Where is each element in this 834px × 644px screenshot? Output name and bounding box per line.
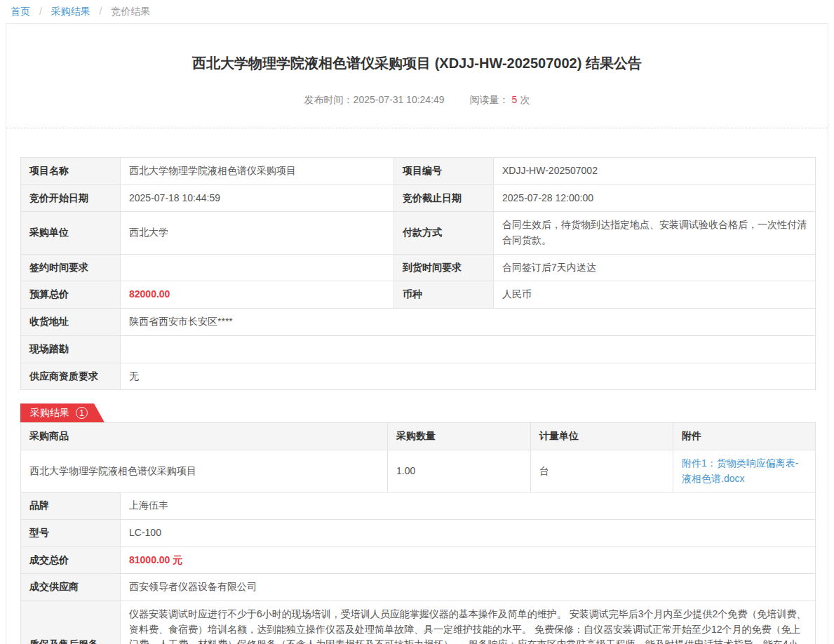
delivery-time-value: 合同签订后7天内送达 bbox=[494, 254, 816, 281]
breadcrumb-current-page: 竞价结果 bbox=[111, 6, 150, 17]
delivery-address-value: 陕西省西安市长安区**** bbox=[121, 309, 816, 336]
signing-time-value bbox=[121, 254, 394, 281]
budget-total-label: 预算总价 bbox=[21, 281, 121, 309]
payment-method-label: 付款方式 bbox=[394, 212, 494, 254]
table-row: 成交总价 81000.00 元 bbox=[21, 546, 816, 574]
project-number-value: XDJJ-HW-202507002 bbox=[494, 158, 816, 185]
item-unit-cell: 台 bbox=[531, 450, 673, 492]
warranty-service-value: 仪器安装调试时应进行不少于6小时的现场培训，受培训人员应能掌握仪器的基本操作及简… bbox=[121, 601, 816, 644]
breadcrumb-separator: / bbox=[100, 6, 102, 17]
project-name-label: 项目名称 bbox=[21, 158, 121, 185]
announcement-card: 西北大学物理学院液相色谱仪采购项目 (XDJJ-HW-202507002) 结果… bbox=[6, 23, 828, 644]
breadcrumb-separator: / bbox=[39, 6, 42, 17]
col-header-attachment: 附件 bbox=[673, 423, 816, 450]
currency-label: 币种 bbox=[394, 281, 494, 309]
result-badge-label: 采购结果 bbox=[30, 407, 69, 420]
table-row: 现场踏勘 bbox=[21, 335, 816, 363]
brand-label: 品牌 bbox=[21, 492, 121, 520]
bidding-start-label: 竞价开始日期 bbox=[21, 185, 121, 212]
breadcrumb-home-link[interactable]: 首页 bbox=[11, 6, 30, 17]
delivery-address-label: 收货地址 bbox=[21, 309, 121, 336]
winning-supplier-value: 西安领导者仪器设备有限公司 bbox=[121, 574, 816, 601]
col-header-product: 采购商品 bbox=[21, 423, 388, 450]
breadcrumb: 首页 / 采购结果 / 竞价结果 bbox=[0, 0, 834, 23]
brand-value: 上海伍丰 bbox=[121, 492, 816, 520]
delivery-time-label: 到货时间要求 bbox=[394, 254, 494, 281]
views-count: 5 bbox=[512, 94, 518, 105]
result-detail-table: 品牌 上海伍丰 型号 LC-100 成交总价 81000.00 元 成交供应商 … bbox=[20, 492, 816, 644]
supplier-qualification-label: 供应商资质要求 bbox=[21, 363, 121, 390]
col-header-unit: 计量单位 bbox=[531, 423, 673, 450]
item-attachment-cell: 附件1：货物类响应偏离表-液相色谱.docx bbox=[673, 450, 816, 492]
announcement-meta: 发布时间：2025-07-31 10:24:49阅读量：5次 bbox=[20, 94, 814, 107]
budget-total-value: 82000.00 bbox=[121, 281, 394, 309]
site-survey-value bbox=[121, 335, 816, 363]
table-row: 供应商资质要求 无 bbox=[21, 363, 816, 390]
table-row: 成交供应商 西安领导者仪器设备有限公司 bbox=[21, 574, 816, 601]
purchasing-unit-value: 西北大学 bbox=[121, 212, 394, 254]
model-value: LC-100 bbox=[121, 519, 816, 546]
deal-price-value: 81000.00 元 bbox=[121, 546, 816, 574]
table-row: 采购单位 西北大学 付款方式 合同生效后，待货物到达指定地点、安装调试验收合格后… bbox=[21, 212, 816, 254]
table-row: 收货地址 陕西省西安市长安区**** bbox=[21, 309, 816, 336]
item-quantity-cell: 1.00 bbox=[388, 450, 531, 492]
publish-time-label: 发布时间： bbox=[304, 94, 354, 105]
supplier-qualification-value: 无 bbox=[121, 363, 816, 390]
winning-supplier-label: 成交供应商 bbox=[21, 574, 121, 601]
attachment-link[interactable]: 附件1：货物类响应偏离表-液相色谱.docx bbox=[682, 457, 798, 484]
table-row: 品牌 上海伍丰 bbox=[21, 492, 816, 520]
project-info-table: 项目名称 西北大学物理学院液相色谱仪采购项目 项目编号 XDJJ-HW-2025… bbox=[20, 157, 816, 390]
procurement-items-table: 采购商品 采购数量 计量单位 附件 西北大学物理学院液相色谱仪采购项目 1.00… bbox=[20, 422, 816, 492]
breadcrumb-procurement-results-link[interactable]: 采购结果 bbox=[51, 6, 90, 17]
payment-method-value: 合同生效后，待货物到达指定地点、安装调试验收合格后，一次性付清合同货款。 bbox=[494, 212, 816, 254]
views-label: 阅读量： bbox=[470, 94, 509, 105]
site-survey-label: 现场踏勘 bbox=[21, 335, 121, 363]
project-number-label: 项目编号 bbox=[394, 158, 494, 185]
deal-price-label: 成交总价 bbox=[21, 546, 121, 574]
bidding-start-value: 2025-07-18 10:44:59 bbox=[121, 185, 394, 212]
table-row: 质保及售后服务 仪器安装调试时应进行不少于6小时的现场培训，受培训人员应能掌握仪… bbox=[21, 601, 816, 644]
model-label: 型号 bbox=[21, 519, 121, 546]
bidding-deadline-label: 竞价截止日期 bbox=[394, 185, 494, 212]
table-header-row: 采购商品 采购数量 计量单位 附件 bbox=[21, 423, 816, 450]
result-badge-count: 1 bbox=[76, 407, 88, 419]
purchasing-unit-label: 采购单位 bbox=[21, 212, 121, 254]
dashed-divider bbox=[6, 128, 828, 128]
col-header-quantity: 采购数量 bbox=[388, 423, 531, 450]
bidding-deadline-value: 2025-07-28 12:00:00 bbox=[494, 185, 816, 212]
table-row: 预算总价 82000.00 币种 人民币 bbox=[21, 281, 816, 309]
result-badge-row: 采购结果 1 bbox=[20, 403, 814, 422]
currency-value: 人民币 bbox=[494, 281, 816, 309]
project-name-value: 西北大学物理学院液相色谱仪采购项目 bbox=[121, 158, 394, 185]
warranty-service-label: 质保及售后服务 bbox=[21, 601, 121, 644]
procurement-result-badge: 采购结果 1 bbox=[20, 403, 105, 422]
table-row: 项目名称 西北大学物理学院液相色谱仪采购项目 项目编号 XDJJ-HW-2025… bbox=[21, 158, 816, 185]
item-product-cell: 西北大学物理学院液相色谱仪采购项目 bbox=[21, 450, 388, 492]
table-row: 西北大学物理学院液相色谱仪采购项目 1.00 台 附件1：货物类响应偏离表-液相… bbox=[21, 450, 816, 492]
table-row: 签约时间要求 到货时间要求 合同签订后7天内送达 bbox=[21, 254, 816, 281]
page-title: 西北大学物理学院液相色谱仪采购项目 (XDJJ-HW-202507002) 结果… bbox=[62, 53, 772, 73]
table-row: 型号 LC-100 bbox=[21, 519, 816, 546]
signing-time-label: 签约时间要求 bbox=[21, 254, 121, 281]
table-row: 竞价开始日期 2025-07-18 10:44:59 竞价截止日期 2025-0… bbox=[21, 185, 816, 212]
publish-time-value: 2025-07-31 10:24:49 bbox=[354, 94, 445, 105]
views-unit: 次 bbox=[520, 94, 530, 105]
